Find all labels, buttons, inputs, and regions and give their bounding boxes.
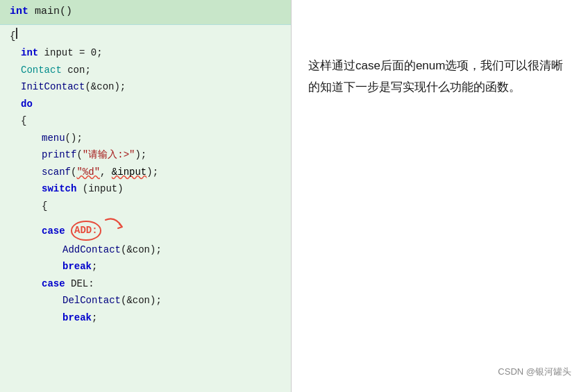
code-line-switch-brace: {	[0, 198, 291, 215]
add-circle-annotation: ADD:	[71, 221, 101, 241]
keyword-int: int	[10, 6, 35, 17]
code-panel: int main() { int input = 0; Contact con;…	[0, 0, 292, 392]
code-line-break-1: break;	[0, 258, 291, 275]
function-name: main()	[35, 6, 72, 17]
code-line-delcontact: DelContact(&con);	[0, 292, 291, 309]
code-line-switch: switch (input)	[0, 180, 291, 198]
code-line-do: do	[0, 96, 291, 113]
annotation-text: 这样通过case后面的enum选项，我们可以很清晰的知道下一步是写实现什么功能的…	[308, 56, 571, 98]
code-line-3: InitContact(&con);	[0, 78, 291, 96]
code-line-menu: menu();	[0, 130, 291, 147]
code-line-case-del: case DEL:	[0, 275, 291, 293]
code-line-do-brace: {	[0, 112, 291, 130]
code-line-brace-open: {	[0, 28, 291, 45]
code-header: int main()	[0, 0, 291, 25]
right-panel: 这样通过case后面的enum选项，我们可以很清晰的知道下一步是写实现什么功能的…	[292, 0, 588, 392]
watermark: CSDN @银河罐头	[308, 352, 571, 378]
arrow-icon	[103, 214, 128, 234]
code-line-2: Contact con;	[0, 62, 291, 79]
code-line-addcontact: AddContact(&con);	[0, 241, 291, 259]
code-body: { int input = 0; Contact con; InitContac…	[0, 25, 291, 330]
code-line-break-2: break;	[0, 309, 291, 327]
code-line-case-add: case ADD:	[0, 214, 291, 241]
cursor	[16, 28, 17, 39]
code-line-1: int input = 0;	[0, 44, 291, 62]
code-line-printf: printf("请输入:>");	[0, 146, 291, 164]
code-line-scanf: scanf("%d", &input);	[0, 164, 291, 181]
